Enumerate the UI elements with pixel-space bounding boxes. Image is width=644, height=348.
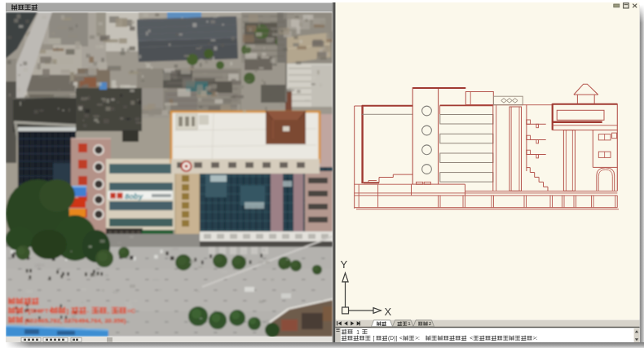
svg-text:1: 1 [408, 320, 411, 326]
svg-text:]: ] [66, 307, 68, 315]
svg-text:[: [ [373, 335, 375, 341]
svg-text:(602465.782, 3376494.764, 20.3: (602465.782, 3376494.764, 20.356) [24, 317, 126, 324]
svg-text:=C: =C [127, 307, 136, 315]
svg-text:<: < [399, 335, 403, 341]
svg-text:<: < [470, 335, 473, 341]
svg-text:1: 1 [356, 329, 359, 335]
svg-text:8oby: 8oby [125, 192, 143, 200]
svg-text:=[SHIFT+: =[SHIFT+ [24, 307, 53, 315]
svg-text:Y: Y [341, 258, 348, 271]
svg-text:>:: >: [415, 335, 420, 341]
svg-text:>:: >: [533, 335, 538, 341]
svg-text:2: 2 [429, 320, 432, 326]
svg-text:-: - [87, 307, 90, 315]
svg-text:(D)]: (D)] [388, 335, 397, 341]
svg-text:,: , [108, 307, 109, 315]
svg-text:X: X [385, 306, 392, 318]
